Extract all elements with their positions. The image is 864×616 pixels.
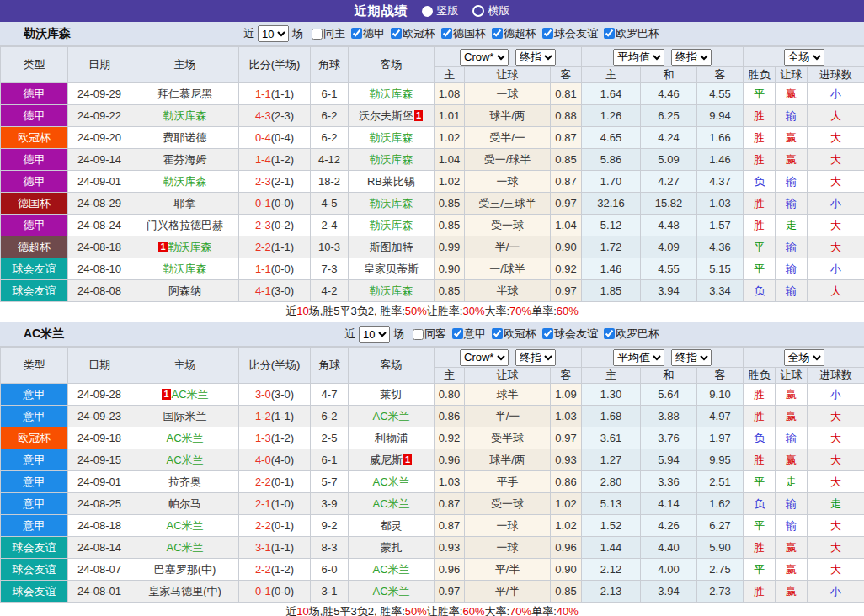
home-odds-cell: 0.92	[435, 427, 465, 449]
league-checkbox[interactable]	[452, 328, 463, 339]
rounds-select[interactable]: 10	[258, 25, 289, 42]
final-odds-select-2[interactable]: 终指	[671, 349, 712, 366]
away-team-cell: RB莱比锡	[349, 171, 435, 193]
league-checkbox[interactable]	[391, 28, 402, 39]
score-cell: 1-4(1-2)	[239, 149, 311, 171]
league-filter[interactable]: 球会友谊	[536, 327, 598, 342]
match-row: 德甲24-08-24门兴格拉德巴赫2-3(0-2)2-4勒沃库森0.85受一球1…	[1, 215, 864, 236]
goals-result-cell: 大	[808, 559, 864, 581]
handicap-cell: 球半/两	[465, 449, 551, 471]
same-venue-filter[interactable]: 同主	[303, 26, 345, 41]
final-odds-select[interactable]: 终指	[515, 49, 556, 66]
away-odds-cell: 0.87	[551, 171, 582, 193]
league-filter[interactable]: 德甲	[345, 26, 385, 41]
away-odds-cell: 0.92	[551, 258, 582, 280]
average-odds-select[interactable]: 平均值	[613, 349, 664, 366]
result-cell-value: 胜	[754, 585, 765, 597]
handicap-cell: 受一球	[465, 215, 551, 236]
let-result-cell: 赢	[776, 537, 808, 559]
score-cell: 0-1(0-0)	[239, 193, 311, 215]
away-team-cell: AC米兰	[349, 406, 435, 427]
league-filter[interactable]: 欧冠杯	[486, 327, 536, 342]
average-odds-select[interactable]: 平均值	[613, 49, 664, 66]
league-checkbox[interactable]	[604, 28, 615, 39]
full-match-select[interactable]: 全场	[784, 349, 824, 366]
final-odds-select[interactable]: 终指	[515, 349, 556, 366]
goals-result-cell-value: 走	[830, 497, 841, 510]
score-cell: 1-1(0-0)	[239, 258, 311, 280]
league-checkbox[interactable]	[441, 28, 452, 39]
result-cell-value: 平	[754, 241, 765, 253]
league-filter[interactable]: 欧冠杯	[385, 26, 435, 41]
radio-unselected-icon[interactable]	[472, 5, 484, 17]
away-team-name: 威尼斯	[370, 454, 403, 466]
league-checkbox[interactable]	[492, 28, 503, 39]
same-venue-checkbox[interactable]	[413, 329, 424, 340]
home-team-name: 勒沃库森	[163, 263, 207, 275]
let-result-cell-value: 输	[786, 263, 797, 275]
avg-draw-odds-cell: 3.94	[641, 280, 697, 302]
away-team-name: AC米兰	[372, 475, 409, 488]
header-score: 比分(半场)	[239, 47, 311, 83]
radio-selected-icon[interactable]	[422, 6, 433, 17]
subheader-handicap: 让球	[465, 67, 551, 83]
let-result-cell: 赢	[776, 581, 808, 603]
fulltime-score: 3-1	[255, 541, 271, 554]
result-cell-value: 胜	[754, 388, 765, 401]
rounds-unit-label: 场	[393, 327, 404, 342]
avg-away-odds-cell: 4.37	[697, 171, 744, 193]
goals-result-cell: 大	[808, 471, 864, 493]
match-row: 德国杯24-08-29耶拿0-1(0-0)4-5勒沃库森0.85受三/三球半0.…	[1, 193, 864, 215]
league-checkbox[interactable]	[542, 328, 553, 339]
layout-radio-vertical[interactable]: 竖版	[422, 3, 459, 19]
rounds-select[interactable]: 10	[359, 326, 390, 343]
league-checkbox[interactable]	[604, 328, 615, 339]
halftime-score: (1-2)	[271, 153, 294, 166]
league-checkbox[interactable]	[492, 328, 503, 339]
result-cell: 胜	[744, 581, 776, 603]
home-team-name: 巴塞罗那(中)	[154, 563, 216, 576]
same-venue-checkbox[interactable]	[312, 29, 323, 40]
same-venue-filter[interactable]: 同客	[404, 327, 446, 342]
home-team-cell: 勒沃库森	[131, 105, 239, 127]
avg-away-odds-cell: 2.75	[697, 559, 744, 581]
result-cell: 负	[744, 171, 776, 193]
let-result-cell: 赢	[776, 384, 808, 406]
date-cell: 24-08-18	[68, 515, 131, 537]
away-odds-cell: 0.90	[551, 559, 582, 581]
crow-odds-select[interactable]: Crow*	[460, 349, 509, 366]
away-team-name: 勒沃库森	[370, 131, 413, 144]
final-odds-select-2[interactable]: 终指	[671, 49, 712, 66]
goals-result-cell: 大	[808, 515, 864, 537]
away-team-cell: 勒沃库森	[349, 280, 435, 302]
summary-line: 近10场,胜5平3负2, 胜率:50% 让胜率:60% 大率:70% 单率:40…	[0, 603, 864, 616]
score-cell: 1-1(1-1)	[239, 83, 311, 105]
avg-away-odds-cell: 3.34	[697, 280, 744, 302]
crow-odds-select[interactable]: Crow*	[460, 49, 509, 66]
away-team-name: 勒沃库森	[370, 88, 413, 100]
league-filter[interactable]: 欧罗巴杯	[598, 26, 659, 41]
league-type-cell: 意甲	[1, 384, 68, 406]
let-result-cell-value: 输	[786, 519, 797, 532]
result-cell: 胜	[744, 215, 776, 236]
league-filter[interactable]: 球会友谊	[536, 26, 598, 41]
league-filter[interactable]: 德超杯	[486, 26, 536, 41]
away-odds-cell: 1.02	[551, 515, 582, 537]
away-odds-cell: 0.97	[551, 193, 582, 215]
match-row: 德甲24-09-29拜仁慕尼黑1-1(1-1)6-1勒沃库森1.08一球0.81…	[1, 83, 864, 105]
home-team-cell: AC米兰	[131, 537, 239, 559]
league-type-cell: 球会友谊	[1, 581, 68, 603]
full-match-select[interactable]: 全场	[784, 49, 824, 66]
league-checkbox[interactable]	[351, 28, 362, 39]
layout-radio-horizontal[interactable]: 横版	[472, 3, 510, 19]
date-cell: 24-09-29	[68, 83, 131, 105]
league-filter[interactable]: 德国杯	[435, 26, 486, 41]
league-filters: 意甲欧冠杯球会友谊欧罗巴杯	[446, 327, 659, 343]
avg-draw-odds-cell: 4.27	[641, 171, 697, 193]
handicap-cell: 半球	[465, 280, 551, 302]
home-odds-cell: 0.85	[435, 280, 465, 302]
league-filter[interactable]: 欧罗巴杯	[598, 327, 659, 342]
league-checkbox[interactable]	[542, 28, 553, 39]
league-filter[interactable]: 意甲	[446, 327, 486, 342]
score-cell: 4-0(4-0)	[239, 449, 311, 471]
